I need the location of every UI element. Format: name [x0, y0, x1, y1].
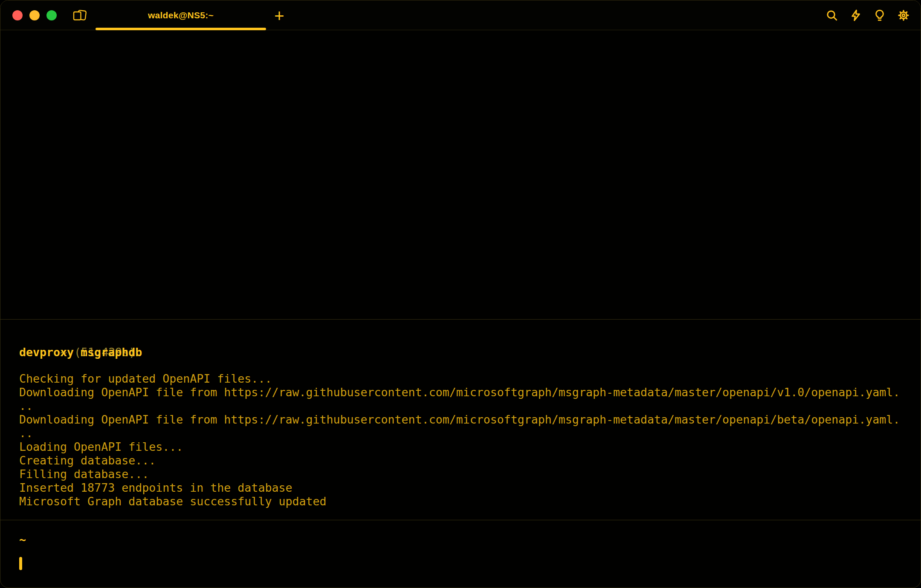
search-button[interactable]: [824, 8, 840, 23]
tab-title: waldek@NS5:~: [148, 10, 214, 20]
header-actions: [824, 8, 911, 23]
tab-waldek-ns5[interactable]: waldek@NS5:~: [96, 0, 266, 30]
active-tab-indicator: [96, 28, 266, 30]
close-button[interactable]: [12, 10, 23, 20]
command-text: devproxy msgraphdb: [19, 346, 142, 359]
traffic-lights: [12, 10, 57, 20]
suggestions-button[interactable]: [872, 8, 887, 23]
output-line: Downloading OpenAPI file from https://ra…: [19, 386, 917, 399]
lightning-icon: [849, 9, 862, 22]
output-line: Downloading OpenAPI file from https://ra…: [19, 413, 917, 427]
settings-button[interactable]: [896, 8, 911, 23]
output-line: Microsoft Graph database successfully up…: [19, 495, 917, 508]
prompt-path: ~: [19, 533, 26, 547]
command-output: Checking for updated OpenAPI files...Dow…: [19, 372, 917, 508]
gear-icon: [897, 9, 910, 22]
output-line: ..: [19, 399, 917, 413]
terminal-window: waldek@NS5:~ +: [0, 0, 921, 588]
output-line: Checking for updated OpenAPI files...: [19, 372, 917, 386]
new-tab-button[interactable]: +: [268, 5, 290, 27]
output-line: Loading OpenAPI files...: [19, 440, 917, 454]
output-line: Filling database...: [19, 467, 917, 481]
block-separator: [0, 319, 921, 320]
output-line: Creating database...: [19, 454, 917, 467]
tab-bar: waldek@NS5:~ +: [0, 0, 921, 30]
output-line: ..: [19, 427, 917, 440]
zoom-button[interactable]: [46, 10, 57, 20]
pages-button[interactable]: [70, 6, 89, 25]
lightbulb-icon: [873, 9, 886, 22]
search-icon: [825, 9, 838, 22]
text-cursor: [19, 557, 22, 570]
block-separator: [0, 520, 921, 520]
ai-command-button[interactable]: [848, 8, 863, 23]
output-line: Inserted 18773 endpoints in the database: [19, 481, 917, 495]
pages-icon: [71, 9, 88, 23]
minimize-button[interactable]: [29, 10, 40, 20]
